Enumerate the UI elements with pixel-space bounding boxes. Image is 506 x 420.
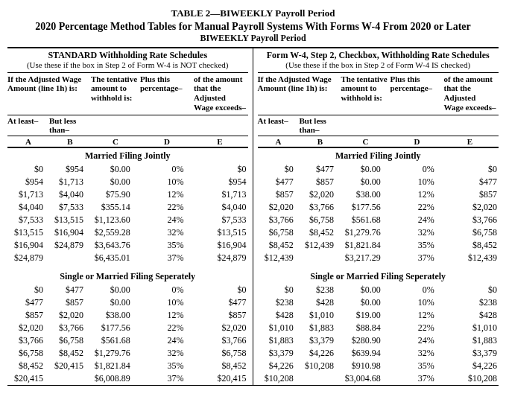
- table-cell: $2,020: [452, 202, 499, 213]
- table-cell: $6,758: [298, 214, 338, 226]
- table-cell: 35%: [388, 240, 452, 251]
- table-cell: [298, 373, 338, 384]
- table-cell: $0: [258, 164, 298, 175]
- col-but-less: But less than–: [49, 116, 91, 134]
- table-cell: $954: [201, 176, 247, 188]
- table-row: $0$477$0.000%$0: [7, 284, 248, 296]
- table-cell: 24%: [388, 335, 452, 346]
- table-row: $8,452$12,439$1,821.8435%$8,452: [258, 239, 499, 252]
- table-cell: 32%: [388, 348, 452, 359]
- table-cell: $2,559.28: [88, 227, 138, 238]
- table-cell: $6,758: [452, 227, 499, 238]
- col-percentage: Plus this percentage–: [390, 74, 444, 114]
- table-row: $13,515$16,904$2,559.2832%$13,515: [7, 226, 248, 239]
- table-row: $16,904$24,879$3,643.7635%$16,904: [7, 239, 248, 252]
- table-cell: $8,452: [48, 348, 88, 359]
- standard-single-rows: $0$477$0.000%$0$477$857$0.0010%$477$857$…: [7, 284, 248, 385]
- section-single: Single or Married Filing Seperately: [258, 269, 499, 284]
- table-cell: 22%: [388, 322, 452, 334]
- standard-header: STANDARD Withholding Rate Schedules (Use…: [7, 48, 248, 72]
- table-cell: 22%: [138, 322, 202, 334]
- table-cell: $1,010: [298, 310, 338, 321]
- table-row: $477$857$0.0010%$477: [7, 296, 248, 309]
- table-cell: $0: [201, 284, 247, 296]
- checkbox-note: (Use these if the box in Step 2 of Form …: [258, 60, 499, 70]
- table-cell: 32%: [138, 348, 202, 359]
- checkbox-header: Form W-4, Step 2, Checkbox, Withholding …: [258, 48, 499, 72]
- table-cell: $1,883: [258, 335, 298, 346]
- table-cell: 35%: [388, 360, 452, 372]
- table-cell: $1,883: [298, 322, 338, 334]
- col-exceeds: of the amount that the Adjusted Wage exc…: [444, 74, 496, 114]
- table-cell: $477: [298, 164, 338, 175]
- table-cell: $1,713: [201, 189, 247, 200]
- section-mfj: Married Filing Jointly: [258, 148, 499, 163]
- checkbox-mfj-rows: $0$477$0.000%$0$477$857$0.0010%$477$857$…: [258, 163, 499, 264]
- table-row: $428$1,010$19.0012%$428: [258, 309, 499, 322]
- table-cell: 32%: [138, 227, 202, 238]
- column-titles: If the Adjusted Wage Amount (line 1h) is…: [7, 72, 248, 114]
- table-cell: $1,279.76: [88, 348, 138, 359]
- table-cell: $3,766: [48, 322, 88, 334]
- table-row: $477$857$0.0010%$477: [258, 176, 499, 188]
- table-cell: $4,040: [7, 202, 48, 213]
- table-cell: $38.00: [338, 189, 388, 200]
- table-cell: 22%: [388, 202, 452, 213]
- table-cell: 37%: [138, 252, 202, 264]
- table-cell: $1,123.60: [88, 214, 138, 226]
- table-cell: [48, 373, 88, 384]
- table-cell: $3,004.68: [338, 373, 388, 384]
- table-row: $20,415$6,008.8937%$20,415: [7, 372, 248, 385]
- table-cell: $177.56: [88, 322, 138, 334]
- table-cell: $10,208: [298, 360, 338, 372]
- table-cell: 10%: [138, 297, 202, 308]
- standard-schedule: STANDARD Withholding Rate Schedules (Use…: [7, 48, 253, 385]
- table-cell: 24%: [388, 214, 452, 226]
- table-cell: $561.68: [88, 335, 138, 346]
- table-cell: $428: [258, 310, 298, 321]
- table-row: $1,010$1,883$88.8422%$1,010: [258, 322, 499, 334]
- table-row: $0$954$0.000%$0: [7, 163, 248, 176]
- table-cell: $238: [258, 297, 298, 308]
- table-row: $1,713$4,040$75.9012%$1,713: [7, 188, 248, 201]
- table-row: $4,226$10,208$910.9835%$4,226: [258, 360, 499, 372]
- table-cell: $8,452: [298, 227, 338, 238]
- table-cell: $477: [48, 284, 88, 296]
- table-cell: $3,217.29: [338, 252, 388, 264]
- table-cell: $4,226: [258, 360, 298, 372]
- table-cell: $4,226: [298, 348, 338, 359]
- section-mfj: Married Filing Jointly: [7, 148, 248, 163]
- table-cell: $3,379: [298, 335, 338, 346]
- table-cell: $3,766: [201, 335, 247, 346]
- table-row: $24,879$6,435.0137%$24,879: [7, 252, 248, 264]
- table-cell: 37%: [388, 252, 452, 264]
- table-cell: $2,020: [48, 310, 88, 321]
- table-cell: $38.00: [88, 310, 138, 321]
- table-cell: $238: [452, 297, 499, 308]
- table-cell: 12%: [388, 189, 452, 200]
- table-row: $3,766$6,758$561.6824%$3,766: [7, 334, 248, 347]
- standard-note: (Use these if the box in Step 2 of Form …: [7, 60, 248, 70]
- col-tentative: The tentative amount to withhold is:: [91, 74, 140, 114]
- table-cell: $177.56: [338, 202, 388, 213]
- table-cell: $24,879: [201, 252, 247, 264]
- checkbox-single-rows: $0$238$0.000%$0$238$428$0.0010%$238$428$…: [258, 284, 499, 385]
- table-cell: $3,766: [258, 214, 298, 226]
- table-cell: $857: [258, 189, 298, 200]
- table-cell: $75.90: [88, 189, 138, 200]
- table-row: $238$428$0.0010%$238: [258, 296, 499, 309]
- table-row: $857$2,020$38.0012%$857: [7, 309, 248, 322]
- table-cell: $0: [7, 164, 48, 175]
- table-cell: $16,904: [201, 240, 247, 251]
- table-cell: 10%: [388, 297, 452, 308]
- table-row: $7,533$13,515$1,123.6024%$7,533: [7, 214, 248, 226]
- table-cell: $7,533: [48, 202, 88, 213]
- table-row: $10,208$3,004.6837%$10,208: [258, 372, 499, 385]
- table-cell: 0%: [388, 164, 452, 175]
- table-cell: $1,713: [7, 189, 48, 200]
- table-cell: $280.90: [338, 335, 388, 346]
- table-cell: 37%: [388, 373, 452, 384]
- table-cell: $857: [7, 310, 48, 321]
- table-cell: $24,879: [7, 252, 48, 264]
- table-cell: $0.00: [88, 284, 138, 296]
